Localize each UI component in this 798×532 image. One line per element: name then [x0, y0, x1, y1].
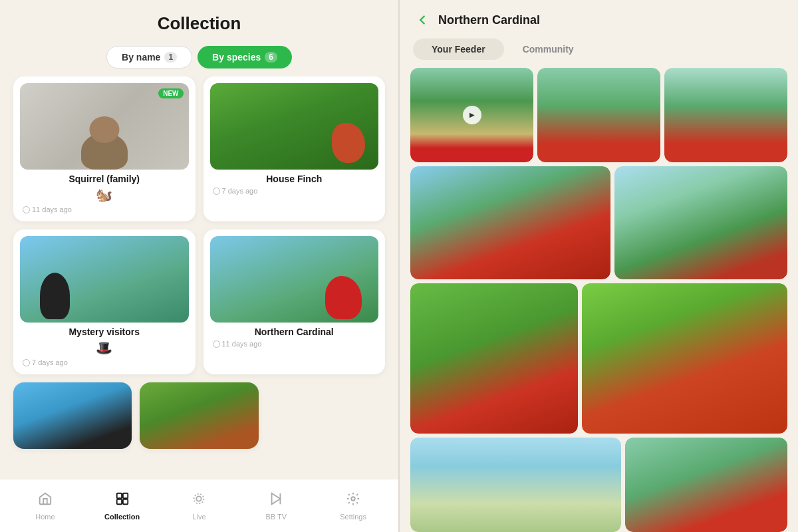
- photo-1-3[interactable]: [664, 68, 787, 162]
- tab-by-name-label: By name: [122, 52, 160, 63]
- card-finch-image: [210, 83, 379, 170]
- card-cardinal-time-text: 11 days ago: [222, 340, 262, 348]
- grid-row-3: [13, 382, 385, 449]
- card-squirrel-body: Squirrel (family) 🐿️ 11 days ago: [20, 170, 189, 215]
- nav-home[interactable]: Home: [7, 491, 84, 521]
- svg-rect-2: [116, 499, 121, 503]
- card-mystery-body: Mystery visitors 🎩 7 days ago: [20, 323, 189, 368]
- view-tabs: Your Feeder Community: [400, 36, 798, 68]
- tab-by-species-label: By species: [212, 52, 261, 63]
- svg-rect-1: [123, 493, 128, 497]
- photo-row-1: ▶: [410, 68, 787, 162]
- back-button[interactable]: [413, 11, 432, 29]
- card-northern-cardinal[interactable]: Northern Cardinal 11 days ago: [203, 229, 386, 374]
- nav-collection-label: Collection: [104, 513, 140, 521]
- card-mystery-emoji: 🎩: [23, 340, 186, 356]
- svg-rect-3: [123, 499, 128, 503]
- clock-icon: [23, 206, 30, 213]
- svg-point-8: [351, 497, 355, 501]
- tab-by-species[interactable]: By species 6: [198, 46, 292, 68]
- page-title: Collection: [20, 13, 378, 34]
- card-squirrel-emoji: 🐿️: [23, 187, 186, 203]
- home-icon: [38, 491, 53, 510]
- card-finch-time: 7 days ago: [213, 187, 376, 195]
- collection-icon: [115, 491, 130, 510]
- nav-settings-label: Settings: [340, 513, 366, 521]
- svg-point-5: [194, 493, 204, 503]
- settings-icon: [346, 491, 360, 510]
- card-cardinal-body: Northern Cardinal 11 days ago: [210, 323, 379, 349]
- right-panel: Northern Cardinal Your Feeder Community …: [400, 0, 798, 532]
- nav-home-label: Home: [35, 513, 55, 521]
- card-mystery-image: [20, 236, 189, 323]
- photo-4-2[interactable]: [625, 438, 787, 532]
- card-cardinal-name: Northern Cardinal: [213, 327, 376, 337]
- card-house-finch[interactable]: House Finch 7 days ago: [203, 76, 386, 221]
- svg-marker-6: [272, 493, 281, 504]
- tab-community[interactable]: Community: [504, 39, 593, 60]
- tab-row: By name 1 By species 6: [0, 41, 398, 76]
- tab-by-name-badge: 1: [164, 52, 177, 63]
- svg-rect-0: [116, 493, 121, 497]
- card-squirrel-image: NEW: [20, 83, 189, 170]
- photo-grid: ▶: [400, 68, 798, 532]
- left-header: Collection: [0, 0, 398, 41]
- card-squirrel-time-text: 11 days ago: [32, 205, 72, 213]
- photo-4-1[interactable]: [410, 438, 621, 532]
- card-mystery-time-text: 7 days ago: [32, 358, 68, 366]
- photo-2-1[interactable]: [410, 166, 610, 279]
- bbtv-icon: [269, 491, 283, 510]
- card-mystery-name: Mystery visitors: [23, 327, 186, 337]
- nav-bbtv[interactable]: BB TV: [237, 491, 315, 521]
- mystery-photo: [20, 236, 189, 323]
- photo-3-2[interactable]: [582, 283, 787, 434]
- tab-your-feeder[interactable]: Your Feeder: [413, 39, 504, 60]
- empty-space: [267, 382, 385, 449]
- card-finch-name: House Finch: [213, 174, 376, 184]
- photo-row-2: [410, 166, 787, 279]
- right-header: Northern Cardinal: [400, 0, 798, 36]
- photo-3-1[interactable]: [410, 283, 578, 434]
- nav-live[interactable]: Live: [161, 491, 238, 521]
- partial-card-pheasant[interactable]: [140, 382, 258, 449]
- card-squirrel-time: 11 days ago: [23, 205, 186, 213]
- left-panel: Collection By name 1 By species 6 NEW Sq…: [0, 0, 398, 532]
- finch-photo: [210, 83, 379, 170]
- play-button[interactable]: ▶: [463, 106, 481, 124]
- bottom-nav: Home Collection Live: [0, 479, 398, 532]
- cardinal-photo: [210, 236, 379, 323]
- clock-icon-3: [23, 359, 30, 366]
- card-mystery[interactable]: Mystery visitors 🎩 7 days ago: [13, 229, 196, 374]
- new-badge: NEW: [158, 88, 183, 98]
- grid-row-1: NEW Squirrel (family) 🐿️ 11 days ago: [13, 76, 385, 221]
- card-cardinal-image: [210, 236, 379, 323]
- photo-row-4: [410, 438, 787, 532]
- photo-1-2[interactable]: [537, 68, 660, 162]
- card-mystery-time: 7 days ago: [23, 358, 186, 366]
- collection-grid: NEW Squirrel (family) 🐿️ 11 days ago: [0, 76, 398, 479]
- photo-2-2[interactable]: [614, 166, 787, 279]
- card-finch-body: House Finch 7 days ago: [210, 170, 379, 196]
- photo-1-1[interactable]: ▶: [410, 68, 533, 162]
- card-squirrel[interactable]: NEW Squirrel (family) 🐿️ 11 days ago: [13, 76, 196, 221]
- card-finch-time-text: 7 days ago: [222, 187, 258, 195]
- grid-row-2: Mystery visitors 🎩 7 days ago Northern C…: [13, 229, 385, 374]
- clock-icon-4: [213, 340, 220, 348]
- tab-by-name[interactable]: By name 1: [106, 46, 192, 68]
- card-squirrel-name: Squirrel (family): [23, 174, 186, 184]
- detail-title: Northern Cardinal: [438, 13, 540, 27]
- card-cardinal-time: 11 days ago: [213, 340, 376, 348]
- live-icon: [192, 491, 206, 510]
- nav-bbtv-label: BB TV: [265, 513, 287, 521]
- nav-settings[interactable]: Settings: [315, 491, 392, 521]
- tab-by-species-badge: 6: [265, 52, 277, 63]
- nav-collection[interactable]: Collection: [84, 491, 161, 521]
- photo-row-3: [410, 283, 787, 434]
- svg-point-4: [197, 496, 201, 501]
- nav-live-label: Live: [192, 513, 205, 521]
- clock-icon-2: [213, 188, 220, 195]
- partial-card-crow[interactable]: [13, 382, 132, 449]
